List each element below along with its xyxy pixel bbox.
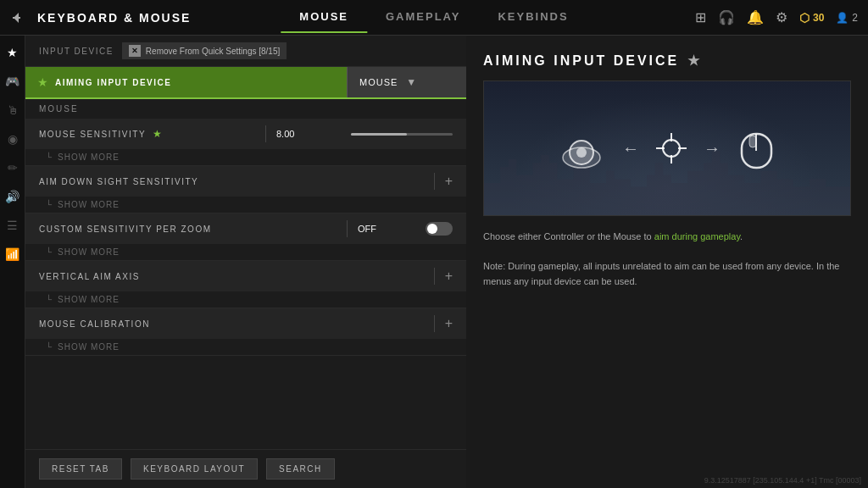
slider-container: 8.00 [276, 129, 453, 139]
tab-keybinds[interactable]: KEYBINDS [479, 2, 587, 33]
users-value: 2 [852, 12, 858, 24]
setting-divider [434, 268, 435, 285]
setting-divider [347, 220, 348, 237]
aiming-input-right: MOUSE ▼ [348, 68, 466, 97]
setting-row-custom-sensitivity[interactable]: CUSTOM SENSITIVITY PER ZOOM OFF [25, 214, 466, 244]
quick-settings-button[interactable]: ✕ Remove From Quick Settings [8/15] [122, 42, 287, 59]
toggle-knob [427, 224, 437, 234]
show-more-vertical-aim[interactable]: └ SHOW MORE [25, 291, 466, 308]
reset-tab-button[interactable]: RESET TAB [39, 458, 122, 480]
keyboard-layout-button[interactable]: KEYBOARD LAYOUT [131, 458, 258, 480]
page-title: KEYBOARD & MOUSE [37, 11, 191, 25]
version-info: 9.3.12517887 [235.105.144.4 +1] Tmc [000… [704, 476, 861, 485]
input-device-label: INPUT DEVICE [39, 47, 114, 56]
setting-name-mouse-sensitivity: MOUSE SENSITIVITY ★ [39, 128, 255, 140]
sensitivity-value: 8.00 [276, 129, 344, 139]
setting-row-mouse-calibration[interactable]: MOUSE CALIBRATION + [25, 308, 466, 339]
custom-sensitivity-value: OFF [358, 224, 426, 234]
show-more-arrow-icon: └ [46, 295, 53, 304]
show-more-arrow-icon: └ [46, 152, 53, 162]
custom-sensitivity-toggle[interactable] [426, 222, 453, 236]
sidebar-icon-controller[interactable]: 🎮 [4, 73, 21, 90]
back-button[interactable]: KEYBOARD & MOUSE [10, 11, 191, 25]
svg-point-5 [663, 140, 680, 157]
setting-name-mouse-calibration: MOUSE CALIBRATION [39, 319, 424, 329]
show-more-arrow-icon: └ [46, 247, 53, 257]
right-description: Choose either Controller or the Mouse to… [483, 230, 851, 289]
mouse-icon [737, 125, 776, 172]
thumbstick-icon [559, 125, 605, 172]
show-more-mouse-calibration[interactable]: └ SHOW MORE [25, 339, 466, 355]
setting-divider [434, 315, 435, 332]
setting-row-vertical-aim[interactable]: VERTICAL AIM AXIS + [25, 261, 466, 291]
left-arrow-icon: ← [622, 139, 639, 158]
crosshair-icon [656, 133, 687, 164]
setting-group-mouse-calibration: MOUSE CALIBRATION + └ SHOW MORE [25, 308, 466, 356]
sidebar-icon-list[interactable]: ☰ [4, 217, 21, 234]
right-arrow-icon: → [704, 139, 721, 158]
svg-rect-12 [749, 136, 756, 147]
preview-image: ← → [483, 80, 851, 216]
sidebar-icon-mouse[interactable]: 🖱 [4, 102, 21, 119]
users-icon: 👤 [836, 12, 849, 24]
quick-settings-text: Remove From Quick Settings [8/15] [146, 47, 280, 56]
tab-mouse[interactable]: MOUSE [281, 2, 367, 33]
setting-row-mouse-sensitivity[interactable]: MOUSE SENSITIVITY ★ 8.00 [25, 119, 466, 149]
aiming-input-row[interactable]: ★ AIMING INPUT DEVICE MOUSE ▼ [25, 67, 466, 99]
preview-icons: ← → [559, 125, 776, 172]
grid-icon[interactable]: ⊞ [695, 9, 706, 25]
bell-icon[interactable]: 🔔 [747, 9, 764, 25]
setting-group-custom-sensitivity: CUSTOM SENSITIVITY PER ZOOM OFF └ SHOW M… [25, 214, 466, 261]
mouse-section-label: MOUSE [25, 99, 466, 119]
show-more-arrow-icon: └ [46, 200, 53, 209]
vertical-aim-plus-icon[interactable]: + [445, 269, 453, 284]
remove-icon: ✕ [129, 45, 141, 57]
headset-icon[interactable]: 🎧 [718, 9, 735, 25]
sidebar-icon-edit[interactable]: ✏ [4, 159, 21, 176]
svg-rect-1 [13, 17, 20, 19]
mouse-calibration-plus-icon[interactable]: + [445, 316, 453, 331]
aiming-input-label: AIMING INPUT DEVICE [55, 78, 171, 87]
nav-right: ⊞ 🎧 🔔 ⚙ ⬡ 30 👤 2 [695, 9, 858, 25]
setting-row-ads[interactable]: AIM DOWN SIGHT SENSITIVITY + [25, 166, 466, 197]
aiming-star-icon: ★ [37, 75, 48, 89]
input-device-bar: INPUT DEVICE ✕ Remove From Quick Setting… [25, 36, 466, 67]
tab-gameplay[interactable]: GAMEPLAY [367, 2, 479, 33]
ads-plus-icon[interactable]: + [445, 174, 453, 189]
sidebar-icon-gamepad[interactable]: ◉ [4, 130, 21, 147]
show-more-arrow-icon: └ [46, 342, 53, 352]
aiming-input-value: MOUSE [359, 77, 398, 87]
xp-value: 30 [813, 12, 824, 24]
right-panel: AIMING INPUT DEVICE ★ ← [466, 36, 868, 488]
show-more-sensitivity[interactable]: └ SHOW MORE [25, 149, 466, 165]
users-badge: 👤 2 [836, 12, 858, 24]
aiming-input-green: ★ AIMING INPUT DEVICE [25, 67, 347, 97]
sidebar-icon-volume[interactable]: 🔊 [4, 188, 21, 205]
xp-badge: ⬡ 30 [799, 11, 824, 25]
sidebar-icon-star[interactable]: ★ [4, 44, 21, 61]
right-panel-title: AIMING INPUT DEVICE ★ [483, 53, 851, 69]
settings-container: MOUSE SENSITIVITY ★ 8.00 └ [25, 119, 466, 449]
search-button[interactable]: SEARCH [266, 458, 335, 480]
slider-fill [351, 133, 407, 136]
nav-tabs: MOUSE GAMEPLAY KEYBINDS [281, 2, 587, 33]
sensitivity-slider[interactable] [351, 133, 453, 136]
right-star-icon: ★ [687, 53, 702, 69]
svg-point-4 [576, 147, 587, 158]
left-sidebar: ★ 🎮 🖱 ◉ ✏ 🔊 ☰ 📶 [0, 36, 25, 488]
gear-icon[interactable]: ⚙ [776, 9, 787, 25]
setting-group-ads: AIM DOWN SIGHT SENSITIVITY + └ SHOW MORE [25, 166, 466, 214]
main-layout: ★ 🎮 🖱 ◉ ✏ 🔊 ☰ 📶 INPUT DEVICE ✕ Remove Fr… [0, 36, 868, 488]
show-more-ads[interactable]: └ SHOW MORE [25, 197, 466, 213]
setting-name-ads: AIM DOWN SIGHT SENSITIVITY [39, 177, 424, 186]
show-more-custom-sensitivity[interactable]: └ SHOW MORE [25, 244, 466, 260]
sidebar-icon-signal[interactable]: 📶 [4, 246, 21, 263]
highlight-text: aim during gameplay [654, 231, 740, 241]
sensitivity-star-icon: ★ [153, 128, 164, 140]
setting-name-vertical-aim: VERTICAL AIM AXIS [39, 272, 424, 281]
left-panel: INPUT DEVICE ✕ Remove From Quick Setting… [25, 36, 466, 488]
setting-divider [265, 125, 266, 142]
setting-group-mouse-sensitivity: MOUSE SENSITIVITY ★ 8.00 └ [25, 119, 466, 166]
setting-divider [434, 173, 435, 190]
note-text: Note: During gameplay, all inputs unrela… [483, 259, 851, 289]
